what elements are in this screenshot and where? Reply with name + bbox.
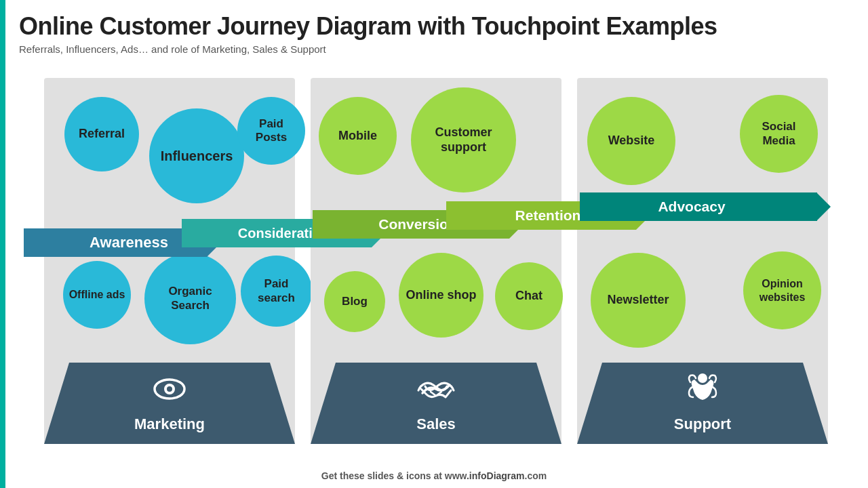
col-marketing: ReferralInfluencersPaid PostsOffline ads…	[44, 78, 295, 444]
page-subtitle: Referrals, Influencers, Ads… and role of…	[19, 43, 717, 55]
circle-online-shop: Online shop	[399, 253, 484, 338]
circle-website: Website	[587, 97, 675, 185]
support-label: Support	[674, 415, 731, 433]
handshake-icon	[416, 371, 456, 413]
circle-chat: Chat	[495, 262, 563, 330]
sales-bottom: Sales	[311, 363, 561, 444]
footer-suffix: .com	[525, 470, 547, 481]
banner-awareness: Awareness	[24, 228, 207, 257]
circle-social-media: Social Media	[740, 95, 818, 173]
footer: Get these slides & icons at www.infoDiag…	[321, 470, 547, 481]
page-title: Online Customer Journey Diagram with Tou…	[19, 12, 717, 41]
footer-text: Get these slides & icons at www.	[321, 470, 469, 481]
circle-customer-support: Customer support	[411, 87, 516, 192]
circle-mobile: Mobile	[319, 97, 397, 175]
col-support: WebsiteSocial MediaNewsletterOpinion web…	[577, 78, 828, 444]
circle-paid-search: Paid search	[241, 256, 312, 327]
marketing-bottom: Marketing	[44, 363, 295, 444]
marketing-label: Marketing	[134, 415, 205, 433]
col-sales: MobileCustomer supportOnline shopBlogCha…	[311, 78, 561, 444]
support-bottom: Support	[577, 363, 828, 444]
header: Online Customer Journey Diagram with Tou…	[19, 12, 717, 55]
svg-point-3	[698, 373, 707, 383]
circle-newsletter: Newsletter	[591, 253, 686, 348]
footer-brand: infoDiagram	[469, 470, 525, 481]
circle-blog: Blog	[324, 271, 385, 332]
circle-offline-ads: Offline ads	[63, 261, 131, 329]
svg-point-2	[167, 386, 172, 392]
circle-referral: Referral	[64, 97, 139, 171]
circle-opinion-websites: Opinion websites	[743, 251, 821, 329]
circle-organic-search: Organic Search	[144, 253, 236, 344]
left-accent-bar	[0, 0, 5, 488]
circle-influencers: Influencers	[149, 108, 244, 203]
banner-advocacy: Advocacy	[580, 192, 817, 221]
circle-paid-posts: Paid Posts	[237, 97, 305, 165]
support-icon	[685, 371, 720, 413]
eye-icon	[152, 371, 187, 413]
diagram: ReferralInfluencersPaid PostsOffline ads…	[44, 78, 827, 461]
sales-label: Sales	[416, 415, 456, 433]
